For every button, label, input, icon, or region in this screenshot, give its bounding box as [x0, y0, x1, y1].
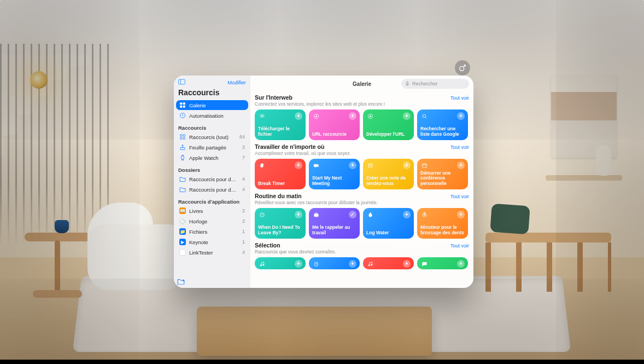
shortcut-label: URL raccourcie — [312, 132, 356, 137]
add-shortcut-button[interactable] — [403, 112, 411, 120]
sidebar-section-heading: Raccourcis d'application — [174, 194, 250, 206]
shortcut-label: Log Water — [366, 230, 411, 236]
see-all-link[interactable]: Tout voir — [450, 243, 469, 249]
svg-rect-13 — [182, 156, 184, 159]
shortcut-card[interactable]: Me le rappeler au travail — [309, 208, 360, 239]
download-icon — [258, 112, 266, 120]
toggle-sidebar-icon[interactable] — [178, 79, 185, 86]
shortcut-card[interactable] — [363, 257, 414, 269]
sidebar-item-automation[interactable]: Automatisation — [176, 111, 248, 120]
shortcut-card[interactable] — [255, 257, 306, 269]
svg-rect-30 — [424, 213, 425, 215]
add-shortcut-button[interactable] — [295, 161, 302, 169]
sidebar-item-f2[interactable]: Raccourcis pour débuter4 — [176, 184, 248, 194]
app-icon: 📁 — [179, 228, 186, 235]
section-subtitle: Réveillez-vous avec ces raccourcis pour … — [255, 200, 469, 205]
shortcut-label: Télécharger le fichier — [258, 126, 302, 137]
add-shortcut-button[interactable] — [403, 211, 411, 218]
sidebar-item-a3[interactable]: 📁Fichiers1 — [176, 227, 248, 236]
shortcut-label: When Do I Need To Leave By? — [258, 225, 302, 236]
add-shortcut-button[interactable] — [295, 211, 302, 218]
sidebar-item-label: Automatisation — [189, 113, 245, 119]
new-folder-button[interactable] — [177, 278, 185, 286]
sidebar: Modifier Raccourcis GalerieAutomatisatio… — [174, 76, 250, 288]
see-all-link[interactable]: Tout voir — [450, 194, 469, 199]
sidebar-item-a1[interactable]: 📖Livres2 — [176, 206, 248, 216]
sidebar-item-count: 2 — [242, 218, 245, 224]
timer-icon — [420, 211, 428, 218]
section-subtitle: Raccourcis que vous devriez connaître. — [255, 249, 469, 255]
sidebar-item-label: Raccourcis (tout) — [189, 134, 236, 140]
sidebar-item-f1[interactable]: Raccourcis pour débuter4 — [176, 174, 248, 184]
search-placeholder: Rechercher — [412, 81, 438, 86]
shortcut-card[interactable]: Break Timer — [255, 159, 306, 189]
shortcut-card[interactable]: Télécharger le fichier — [255, 109, 306, 140]
hand-icon — [258, 161, 266, 169]
sidebar-item-count: 84 — [239, 134, 245, 140]
shortcut-card[interactable]: Log Water — [363, 208, 414, 239]
shortcut-card[interactable]: When Do I Need To Leave By? — [255, 208, 306, 239]
sidebar-item-label: Livres — [189, 208, 239, 214]
sidebar-item-watch[interactable]: Apple Watch7 — [176, 153, 248, 163]
shortcut-card[interactable] — [417, 257, 468, 269]
sidebar-item-a5[interactable]: LinkTester4 — [176, 247, 248, 257]
shortcut-label: Start My Next Meeting — [312, 176, 356, 187]
shortcut-card[interactable]: Créer une note de rendez-vous — [363, 159, 414, 189]
compass-icon — [312, 112, 320, 120]
brief-icon — [312, 211, 320, 218]
sidebar-item-count: 4 — [242, 250, 245, 255]
shortcut-label: Break Timer — [258, 181, 302, 187]
search-icon — [420, 112, 428, 120]
add-shortcut-button[interactable] — [403, 260, 411, 268]
sidebar-item-share[interactable]: Feuille partagée3 — [176, 142, 248, 152]
add-shortcut-button[interactable] — [457, 161, 465, 169]
section-title: Sur l'Interweb — [255, 94, 292, 101]
edit-button[interactable]: Modifier — [227, 79, 246, 85]
section-title: Routine du matin — [255, 193, 302, 199]
sidebar-section-heading: Dossiers — [174, 163, 250, 174]
cal-icon — [420, 161, 428, 169]
add-shortcut-button[interactable] — [457, 211, 465, 218]
sidebar-item-label: Raccourcis pour débuter — [189, 187, 239, 193]
gallery-content: Sur l'InterwebTout voirConnectez vos ser… — [250, 91, 473, 288]
shortcut-card[interactable]: Start My Next Meeting — [309, 159, 360, 189]
sidebar-item-gallery[interactable]: Galerie — [176, 100, 248, 110]
shortcut-card[interactable]: Rechercher une liste dans Google — [417, 109, 468, 140]
see-all-link[interactable]: Tout voir — [450, 95, 469, 101]
see-all-link[interactable]: Tout voir — [450, 145, 469, 150]
sidebar-item-all[interactable]: Raccourcis (tout)84 — [176, 132, 248, 142]
sidebar-item-label: Raccourcis pour débuter — [189, 176, 239, 182]
add-shortcut-button[interactable] — [457, 112, 465, 120]
sidebar-item-count: 2 — [242, 208, 245, 213]
sidebar-item-count: 1 — [242, 229, 245, 234]
shortcut-card[interactable]: Développer l'URL — [363, 109, 414, 140]
gallery-section: Routine du matinTout voirRéveillez-vous … — [255, 193, 469, 239]
svg-rect-9 — [183, 135, 185, 137]
svg-rect-8 — [180, 135, 183, 137]
passthrough-button[interactable] — [455, 60, 470, 76]
shortcut-card[interactable]: URL raccourcie — [309, 109, 360, 140]
shortcut-card[interactable]: Minuteur pour le brossage des dents — [417, 208, 468, 239]
compass-icon — [366, 112, 374, 120]
sidebar-item-label: Fichiers — [189, 229, 239, 235]
shortcut-card[interactable]: Démarrer une conférence personnelle — [417, 159, 468, 189]
add-shortcut-button[interactable] — [295, 260, 302, 268]
add-shortcut-button[interactable] — [349, 161, 356, 169]
sidebar-item-a2[interactable]: 🕑Horloge2 — [176, 216, 248, 226]
note-icon — [366, 161, 374, 169]
svg-rect-22 — [368, 163, 372, 167]
drop-icon — [366, 211, 374, 218]
add-shortcut-button[interactable] — [349, 260, 356, 268]
svg-rect-3 — [180, 103, 183, 105]
search-input[interactable]: Rechercher — [401, 79, 469, 89]
svg-rect-1 — [179, 79, 185, 84]
shortcut-card[interactable] — [309, 257, 360, 269]
add-shortcut-button[interactable] — [457, 260, 465, 268]
music-icon — [366, 260, 374, 268]
add-shortcut-button[interactable] — [349, 112, 356, 120]
add-shortcut-button[interactable] — [349, 211, 356, 218]
sidebar-item-a4[interactable]: ▶Keynote1 — [176, 237, 248, 247]
sidebar-item-label: Horloge — [189, 218, 239, 224]
add-shortcut-button[interactable] — [295, 112, 302, 120]
add-shortcut-button[interactable] — [403, 161, 411, 169]
